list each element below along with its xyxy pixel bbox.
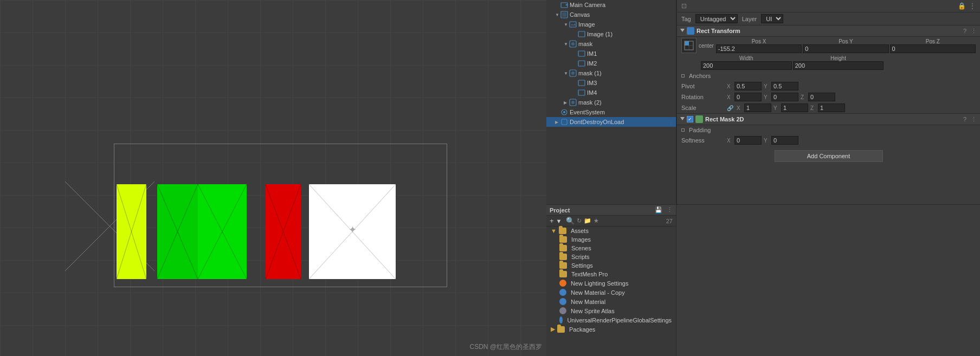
rotation-z-input[interactable] <box>808 93 835 101</box>
pivot-x-input[interactable] <box>734 82 762 90</box>
project-item-universal-render[interactable]: UniversalRenderPipelineGlobalSettings <box>546 315 676 325</box>
center-label-area: center <box>699 43 714 49</box>
scale-z-input[interactable] <box>818 103 845 112</box>
hierarchy-item-canvas[interactable]: ▼ Canvas <box>546 10 676 20</box>
svg-marker-14 <box>565 4 568 6</box>
hierarchy-item-mask1[interactable]: ▼ mask (1) <box>546 68 676 78</box>
project-packages[interactable]: ▶ Packages <box>546 325 676 334</box>
project-item-scripts[interactable]: Scripts <box>546 253 676 261</box>
hierarchy-item-eventsystem[interactable]: EventSystem <box>546 107 676 117</box>
menu-icon[interactable]: ⋮ <box>969 2 976 10</box>
hierarchy-item-image1[interactable]: Image (1) <box>546 29 676 39</box>
height-label: Height <box>830 55 846 61</box>
pivot-row: Pivot X Y <box>677 81 980 92</box>
csdn-watermark: CSDN @红黑色的圣西罗 <box>469 342 542 352</box>
section-toggle-icon <box>680 29 685 33</box>
rect-mask-help-icon[interactable]: ? <box>963 116 966 122</box>
project-item-images[interactable]: Images <box>546 235 676 244</box>
lock-icon[interactable]: 🔒 <box>958 2 966 10</box>
right-top: Main Camera ▼ Canvas ▼ Image <box>546 0 980 204</box>
add-asset-arrow[interactable]: ▼ <box>556 218 562 224</box>
pivot-y-input[interactable] <box>771 82 798 90</box>
project-header: Project 💾 ⋮ <box>546 205 676 216</box>
collapse-icon[interactable]: ⊡ <box>681 2 687 10</box>
refresh-icon[interactable]: ↻ <box>577 217 582 224</box>
rotation-x-input[interactable] <box>734 93 762 101</box>
add-component-button[interactable]: Add Component <box>775 150 883 162</box>
project-panel: Project 💾 ⋮ + ▼ 🔍 ↻ 📁 ★ 27 ▼ <box>546 205 676 356</box>
add-asset-button[interactable]: + <box>550 217 554 225</box>
hierarchy-item-im3[interactable]: IM3 <box>546 78 676 88</box>
component-menu-icon[interactable]: ⋮ <box>971 28 977 35</box>
search-icon[interactable]: 🔍 <box>566 217 575 225</box>
scale-link-icon: 🔗 <box>727 105 733 111</box>
mask-icon <box>569 40 577 48</box>
component-help-icon[interactable]: ? <box>963 28 966 34</box>
project-item-textmesh[interactable]: TextMesh Pro <box>546 270 676 279</box>
hierarchy-item-im4[interactable]: IM4 <box>546 88 676 98</box>
softness-x-group: X <box>727 136 762 145</box>
star-icon[interactable]: ★ <box>594 217 599 224</box>
rotation-y-input[interactable] <box>771 93 798 101</box>
camera-icon <box>560 1 568 9</box>
packages-arrow: ▶ <box>551 326 555 333</box>
svg-point-20 <box>571 42 575 46</box>
more-icon[interactable]: ⋮ <box>668 119 674 125</box>
hierarchy-label: Image <box>578 21 595 28</box>
height-input[interactable] <box>793 61 884 70</box>
folder-icon[interactable]: 📁 <box>584 217 591 224</box>
hierarchy-item-im1[interactable]: IM1 <box>546 49 676 59</box>
pos-y-group: Pos Y <box>803 38 888 53</box>
project-item-settings[interactable]: Settings <box>546 261 676 270</box>
softness-x-input[interactable] <box>734 136 762 145</box>
pivot-rect-icon[interactable] <box>681 38 697 53</box>
hierarchy-label: mask (2) <box>578 99 602 106</box>
scale-x-input[interactable] <box>744 103 771 112</box>
rect-transform-title: Rect Transform <box>697 28 740 34</box>
hierarchy-label: IM2 <box>587 60 597 67</box>
rect-mask-2d-header[interactable]: Rect Mask 2D ? ⋮ <box>677 113 980 125</box>
pos-z-input[interactable] <box>890 44 976 53</box>
layer-select[interactable]: UI <box>761 14 783 23</box>
padding-collapse[interactable] <box>681 128 685 132</box>
right-side: Main Camera ▼ Canvas ▼ Image <box>546 0 980 356</box>
image-icon <box>578 79 585 87</box>
hierarchy-item-im2[interactable]: IM2 <box>546 59 676 68</box>
layer-label: Layer <box>742 16 757 22</box>
project-save-icon[interactable]: 💾 <box>655 206 662 213</box>
item-label: Images <box>571 236 591 243</box>
hierarchy-item-image[interactable]: ▼ Image <box>546 20 676 29</box>
project-item-scenes[interactable]: Scenes <box>546 244 676 253</box>
project-menu-icon[interactable]: ⋮ <box>667 206 673 213</box>
rotation-label: Rotation <box>681 94 725 100</box>
rect-mask-enabled-checkbox[interactable] <box>687 116 693 122</box>
softness-y-input[interactable] <box>771 136 798 145</box>
svg-rect-33 <box>685 41 689 46</box>
pos-x-input[interactable] <box>716 44 802 53</box>
rect-transform-header[interactable]: Rect Transform ? ⋮ <box>677 25 980 37</box>
hierarchy-item-dontdestroyonload[interactable]: ▶ DontDestroyOnLoad ⋮ <box>546 117 676 127</box>
softness-y-group: Y <box>764 136 798 145</box>
project-item-new-material[interactable]: New Material <box>546 297 676 306</box>
hierarchy-item-mask2[interactable]: ▶ mask (2) <box>546 98 676 107</box>
rect-mask-icon <box>695 115 703 123</box>
count-badge: 27 <box>666 218 673 224</box>
folder-icon <box>559 271 567 277</box>
scale-y-input[interactable] <box>781 103 808 112</box>
folder-icon <box>559 254 567 260</box>
packages-label: Packages <box>569 326 595 333</box>
rect-mask-menu-icon[interactable]: ⋮ <box>971 116 977 123</box>
hierarchy-item-main-camera[interactable]: Main Camera <box>546 0 676 10</box>
anchors-collapse[interactable] <box>681 74 685 77</box>
rotation-row: Rotation X Y Z <box>677 92 980 102</box>
project-item-new-material-copy[interactable]: New Material - Copy <box>546 288 676 297</box>
width-input[interactable] <box>701 61 792 70</box>
project-item-new-lighting[interactable]: New Lighting Settings <box>546 279 676 288</box>
hierarchy-panel: Main Camera ▼ Canvas ▼ Image <box>546 0 676 204</box>
project-item-new-sprite-atlas[interactable]: New Sprite Atlas <box>546 306 676 315</box>
right-bottom: Project 💾 ⋮ + ▼ 🔍 ↻ 📁 ★ 27 ▼ <box>546 204 980 356</box>
pos-y-input[interactable] <box>803 44 888 53</box>
tag-select[interactable]: Untagged <box>695 14 738 23</box>
project-assets-root[interactable]: ▼ Assets <box>546 226 676 235</box>
hierarchy-item-mask[interactable]: ▼ mask <box>546 39 676 49</box>
